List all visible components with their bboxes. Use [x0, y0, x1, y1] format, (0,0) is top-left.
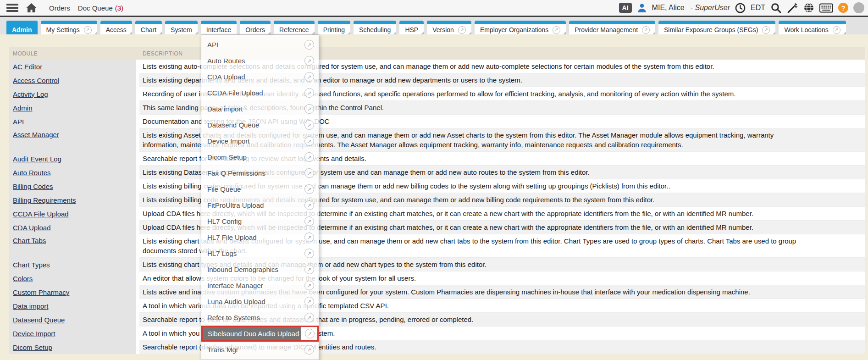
menu-item[interactable]: Data import ↗: [201, 101, 319, 117]
menu-item[interactable]: HL7 Logs ↗: [201, 245, 319, 261]
popout-icon[interactable]: ↗: [304, 168, 314, 178]
module-link[interactable]: Access Control: [13, 77, 59, 84]
table-row: Device Import A tool in which you can im…: [9, 327, 865, 340]
menu-item[interactable]: CCDA File Upload ↗: [201, 85, 319, 101]
module-link[interactable]: Chart Types: [13, 261, 50, 269]
popout-icon[interactable]: ↗: [304, 345, 314, 354]
module-link[interactable]: Device Import: [13, 330, 55, 338]
wand-icon[interactable]: [787, 2, 798, 14]
popout-icon[interactable]: ↗: [458, 26, 466, 34]
tab[interactable]: Orders ↗: [240, 21, 271, 34]
globe-icon[interactable]: [803, 2, 814, 13]
popout-icon[interactable]: ↗: [304, 136, 314, 146]
popout-icon[interactable]: ↗: [304, 104, 314, 114]
module-link[interactable]: CCDA File Upload: [13, 210, 69, 218]
menu-item[interactable]: Device Import ↗: [201, 133, 319, 149]
menu-item[interactable]: HL7 File Upload ↗: [201, 229, 319, 245]
menu-item[interactable]: CDA Upload ↗: [201, 69, 319, 85]
tab[interactable]: HSP ↗: [399, 21, 424, 34]
popout-icon[interactable]: ↗: [305, 329, 315, 338]
tab[interactable]: Work Locations ↗: [779, 21, 846, 34]
popout-icon[interactable]: ↗: [833, 26, 840, 34]
tab[interactable]: Version ↗: [427, 21, 471, 34]
module-link[interactable]: Asset Manager: [13, 131, 59, 138]
tab[interactable]: Scheduling ↗: [354, 21, 396, 34]
menu-item[interactable]: Inbound Demographics ↗: [201, 261, 319, 277]
breadcrumb-doc-queue[interactable]: Doc Queue(3): [78, 4, 123, 12]
tab[interactable]: System ↗: [165, 21, 198, 34]
hamburger-menu-icon[interactable]: [6, 4, 18, 12]
home-icon[interactable]: [26, 3, 37, 13]
menu-item[interactable]: Datasend Queue ↗: [201, 117, 319, 133]
menu-item[interactable]: File Queue ↗: [201, 181, 319, 197]
tab[interactable]: Interface ↗: [201, 21, 237, 34]
popout-icon[interactable]: ↗: [304, 281, 314, 290]
menu-item[interactable]: Luna Audio Upload ↗: [201, 294, 319, 310]
popout-icon[interactable]: ↗: [304, 200, 314, 210]
module-link[interactable]: Audit Event Log: [13, 155, 61, 163]
menu-item[interactable]: Interface Manager ↗: [201, 277, 319, 294]
popout-icon[interactable]: ↗: [304, 120, 314, 130]
popout-icon[interactable]: ↗: [304, 40, 314, 50]
popout-icon[interactable]: ↗: [304, 265, 314, 274]
menu-item[interactable]: HL7 Config ↗: [201, 213, 319, 229]
module-link[interactable]: API: [13, 118, 24, 126]
table-header-row: MODULE DESCRIPTION: [9, 47, 865, 60]
menu-item[interactable]: FitProUltra Upload ↗: [201, 197, 319, 213]
tab[interactable]: Printing ↗: [318, 21, 350, 34]
tab[interactable]: Chart ↗: [135, 21, 162, 34]
module-link[interactable]: Auto Routes: [13, 169, 51, 177]
tab[interactable]: Similar Exposure Groups (SEGs) ↗: [658, 21, 775, 34]
popout-icon[interactable]: ↗: [304, 88, 314, 98]
tab[interactable]: Reference ↗: [274, 21, 315, 34]
popout-icon[interactable]: ↗: [304, 72, 314, 82]
avatar[interactable]: [853, 2, 864, 13]
module-link[interactable]: AC Editor: [13, 63, 42, 71]
module-link[interactable]: Admin: [13, 104, 33, 112]
tab[interactable]: Access ↗: [100, 21, 132, 34]
menu-item[interactable]: Sibelsound Duo Audio Upload ↗: [201, 326, 319, 342]
popout-icon[interactable]: ↗: [304, 56, 314, 66]
module-link[interactable]: Datasend Queue: [13, 316, 65, 324]
keyboard-icon[interactable]: [819, 3, 833, 13]
module-link[interactable]: Chart Tabs: [13, 237, 46, 244]
popout-icon[interactable]: ↗: [304, 249, 314, 258]
breadcrumb-orders[interactable]: Orders: [49, 4, 70, 12]
module-link[interactable]: Billing Codes: [13, 183, 53, 190]
popout-icon[interactable]: ↗: [762, 26, 770, 34]
user-name[interactable]: MIE, Alice: [652, 4, 685, 12]
popout-icon[interactable]: ↗: [642, 26, 650, 34]
module-link[interactable]: Colors: [13, 275, 33, 282]
popout-icon[interactable]: ↗: [304, 216, 314, 226]
tab-label: Chart: [141, 26, 156, 33]
menu-item[interactable]: Dicom Setup ↗: [201, 149, 319, 165]
module-link[interactable]: Activity Log: [13, 90, 48, 98]
clock-icon[interactable]: [735, 3, 746, 13]
popout-icon[interactable]: ↗: [304, 233, 314, 242]
menu-item[interactable]: API ↗: [201, 37, 319, 53]
ai-badge[interactable]: AI: [619, 3, 632, 13]
module-link[interactable]: Dicom Setup: [13, 343, 52, 351]
popout-icon[interactable]: ↗: [304, 184, 314, 194]
tab[interactable]: My Settings ↗: [41, 21, 97, 34]
module-link[interactable]: Custom Pharmacy: [13, 288, 69, 296]
module-link[interactable]: Data import: [13, 302, 49, 310]
module-link[interactable]: CDA Upload: [13, 224, 51, 232]
popout-icon[interactable]: ↗: [553, 26, 560, 34]
menu-item[interactable]: Auto Routes ↗: [201, 53, 319, 69]
menu-item[interactable]: Trans Mgr ↗: [201, 342, 319, 358]
popout-icon[interactable]: ↗: [84, 26, 92, 34]
tab[interactable]: Employer Organizations ↗: [475, 21, 566, 34]
menu-item[interactable]: Refer to Systems ↗: [201, 310, 319, 326]
menu-item[interactable]: Fax Q Permissions ↗: [201, 165, 319, 181]
search-icon[interactable]: [770, 2, 782, 14]
module-link[interactable]: Billing Requirements: [13, 196, 76, 204]
module-cell: Dicom Setup: [9, 340, 136, 354]
popout-icon[interactable]: ↗: [304, 313, 314, 322]
tab[interactable]: Admin ↗: [6, 21, 38, 34]
help-icon[interactable]: ?: [838, 3, 848, 13]
tab[interactable]: Provider Management ↗: [569, 21, 655, 34]
module-cell: Admin: [9, 101, 136, 115]
popout-icon[interactable]: ↗: [304, 152, 314, 162]
popout-icon[interactable]: ↗: [304, 297, 314, 306]
